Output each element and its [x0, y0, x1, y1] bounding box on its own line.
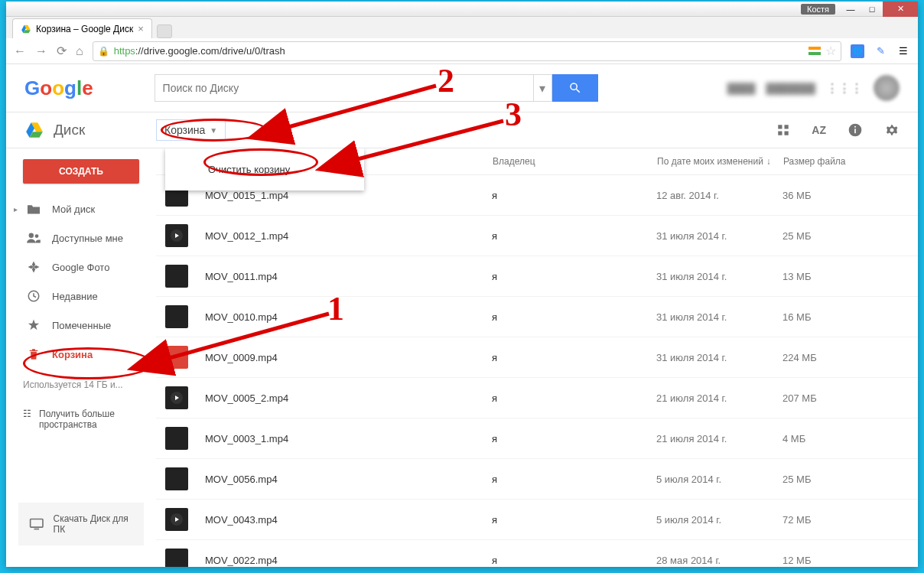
svg-rect-11 — [34, 529, 40, 530]
close-button[interactable]: ✕ — [883, 2, 918, 17]
file-row[interactable]: MOV_0043.mp4я5 июля 2014 г.72 МБ — [156, 500, 918, 540]
sidebar-item-label: Помеченные — [52, 320, 111, 331]
file-owner: я — [492, 352, 656, 363]
file-date: 21 июля 2014 г. — [656, 392, 782, 404]
trash-icon — [26, 347, 41, 362]
create-button[interactable]: СОЗДАТЬ — [23, 159, 139, 184]
file-row[interactable]: MOV_0009.mp4я31 июля 2014 г.224 МБ — [156, 337, 918, 378]
search-box: ▾ — [155, 74, 598, 102]
file-owner: я — [492, 311, 656, 323]
file-name: MOV_0056.mp4 — [205, 474, 492, 485]
gear-icon — [884, 122, 900, 138]
file-row[interactable]: MOV_0022.mp4я28 мая 2014 г.12 МБ — [156, 540, 918, 567]
address-bar[interactable]: 🔒 https://drive.google.com/drive/u/0/tra… — [93, 41, 841, 61]
drive-brand[interactable]: Диск — [24, 120, 156, 140]
toolbar: Диск Корзина ▼ AZ — [6, 112, 918, 148]
bookmark-icon[interactable]: ☆ — [825, 44, 836, 58]
reload-button[interactable]: ⟳ — [57, 44, 67, 58]
info-button[interactable] — [848, 122, 863, 138]
chevron-down-icon: ▼ — [210, 126, 217, 135]
file-owner: я — [492, 433, 656, 444]
file-size: 25 МБ — [782, 230, 811, 242]
file-owner: я — [492, 271, 656, 282]
file-name: MOV_0003_1.mp4 — [205, 433, 492, 444]
file-size: 16 МБ — [782, 311, 811, 323]
header-link-1[interactable]: ████ — [727, 83, 756, 94]
file-thumbnail — [165, 427, 188, 450]
file-row[interactable]: MOV_0005_2.mp4я21 июля 2014 г.207 МБ — [156, 378, 918, 418]
forward-button[interactable]: → — [35, 44, 47, 58]
file-thumbnail — [165, 346, 188, 369]
file-owner: я — [492, 555, 656, 566]
search-button[interactable] — [552, 74, 598, 102]
avatar[interactable] — [874, 75, 900, 101]
photos-icon — [26, 259, 41, 275]
storage-usage: Используется 14 ГБ и... — [6, 369, 156, 401]
svg-point-8 — [35, 234, 39, 238]
file-size: 12 МБ — [782, 555, 811, 566]
apps-icon[interactable]: ⋮⋮⋮ — [826, 81, 863, 96]
file-row[interactable]: MOV_0010.mp4я31 июля 2014 г.16 МБ — [156, 297, 918, 337]
people-icon — [26, 230, 41, 246]
maximize-button[interactable]: □ — [861, 2, 883, 17]
drive-favicon-icon — [21, 24, 31, 34]
new-tab-button[interactable] — [157, 24, 172, 38]
file-date: 5 июля 2014 г. — [656, 514, 782, 526]
minimize-button[interactable]: — — [840, 2, 861, 17]
sort-button[interactable]: AZ — [812, 124, 826, 136]
sidebar-item-trash[interactable]: Корзина — [6, 340, 156, 369]
file-name: MOV_0010.mp4 — [205, 311, 492, 323]
file-row[interactable]: MOV_0012_1.mp4я31 июля 2014 г.25 МБ — [156, 216, 918, 256]
menu-icon[interactable]: ☰ — [896, 44, 910, 58]
sidebar-item-photos[interactable]: Google Фото — [6, 252, 156, 282]
file-row[interactable]: MOV_0011.mp4я31 июля 2014 г.13 МБ — [156, 256, 918, 297]
settings-button[interactable] — [884, 122, 900, 138]
header-link-2[interactable]: ███████ — [766, 83, 815, 94]
file-date: 21 июля 2014 г. — [656, 433, 782, 444]
search-options-dropdown[interactable]: ▾ — [534, 74, 552, 102]
tab-close-icon[interactable]: × — [138, 23, 144, 34]
sidebar: СОЗДАТЬ Мой дискДоступные мнеGoogle Фото… — [6, 148, 156, 567]
col-date[interactable]: По дате моих изменений ↓ — [657, 156, 783, 167]
monitor-icon — [29, 517, 44, 531]
file-size: 13 МБ — [782, 271, 811, 282]
url-bar: ← → ⟳ ⌂ 🔒 https://drive.google.com/drive… — [6, 38, 918, 64]
trash-dropdown[interactable]: Корзина ▼ — [156, 119, 226, 141]
sidebar-item-folder[interactable]: Мой диск — [6, 194, 156, 223]
file-owner: я — [492, 392, 656, 404]
clock-icon — [26, 288, 41, 304]
download-drive-box[interactable]: Скачать Диск для ПК — [18, 503, 144, 545]
file-name: MOV_0005_2.mp4 — [205, 392, 492, 404]
file-thumbnail — [165, 305, 188, 328]
storage-icon: ☷ — [23, 409, 31, 430]
main-content: Очистить корзину Владелец По дате моих и… — [156, 148, 918, 567]
search-input[interactable] — [155, 74, 534, 102]
file-date: 12 авг. 2014 г. — [656, 190, 782, 201]
file-row[interactable]: MOV_0003_1.mp4я21 июля 2014 г.4 МБ — [156, 418, 918, 459]
titlebar-user: Костя — [801, 4, 835, 15]
file-size: 25 МБ — [782, 474, 811, 485]
empty-trash-item[interactable]: Очистить корзину — [165, 156, 364, 183]
file-date: 5 июля 2014 г. — [656, 474, 782, 485]
back-button[interactable]: ← — [14, 44, 26, 58]
file-owner: я — [492, 514, 656, 526]
file-size: 224 МБ — [782, 352, 817, 363]
sidebar-item-clock[interactable]: Недавние — [6, 282, 156, 311]
file-thumbnail — [165, 549, 188, 567]
file-owner: я — [492, 474, 656, 485]
file-row[interactable]: MOV_0056.mp4я5 июля 2014 г.25 МБ — [156, 459, 918, 500]
flag-icon — [808, 47, 821, 55]
sidebar-item-star[interactable]: Помеченные — [6, 311, 156, 340]
view-grid-button[interactable] — [776, 123, 790, 137]
translate-icon[interactable]: 🌐 — [851, 44, 864, 58]
extension-icon[interactable]: ✎ — [874, 44, 887, 58]
google-logo[interactable]: Google — [24, 77, 93, 100]
file-date: 31 июля 2014 г. — [656, 271, 782, 282]
col-owner[interactable]: Владелец — [493, 156, 657, 167]
file-name: MOV_0012_1.mp4 — [205, 230, 492, 242]
browser-tab[interactable]: Корзина – Google Диск × — [12, 18, 152, 38]
col-size[interactable]: Размер файла — [783, 156, 906, 167]
storage-upgrade-link[interactable]: ☷ Получить больше пространства — [6, 401, 156, 438]
home-button[interactable]: ⌂ — [76, 44, 83, 58]
sidebar-item-people[interactable]: Доступные мне — [6, 223, 156, 252]
